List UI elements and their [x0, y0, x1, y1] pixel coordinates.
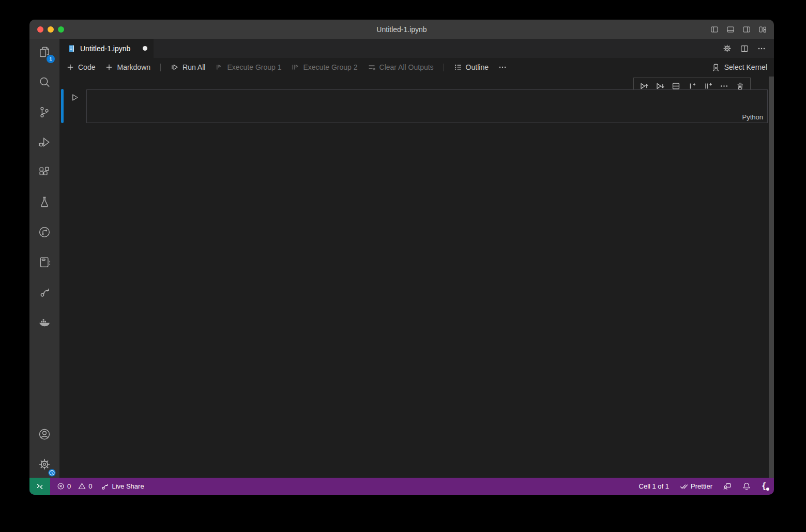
toolbar-separator — [160, 64, 161, 71]
zoom-window-button[interactable] — [58, 26, 64, 33]
cell-position-indicator[interactable]: Cell 1 of 1 — [639, 482, 670, 490]
window-title: Untitled-1.ipynb — [376, 25, 427, 34]
notebook-file-icon — [67, 44, 75, 53]
notebook-settings-gear-icon[interactable] — [723, 44, 732, 53]
screen: Untitled-1.ipynb — [0, 0, 806, 532]
sidebar-item-explorer[interactable]: 1 — [32, 39, 57, 65]
accounts-button[interactable] — [32, 421, 57, 447]
search-icon — [38, 75, 51, 89]
remote-indicator[interactable] — [29, 478, 50, 495]
editor-more-actions-icon[interactable] — [757, 44, 766, 53]
split-editor-icon[interactable] — [740, 44, 749, 53]
settings-button[interactable] — [32, 451, 57, 477]
clear-all-outputs-button[interactable]: Clear All Outputs — [368, 63, 434, 71]
sidebar-item-extensions[interactable] — [32, 159, 57, 185]
warning-count: 0 — [88, 482, 92, 490]
clear-outputs-icon — [368, 63, 376, 71]
add-markdown-cell-button[interactable]: Markdown — [105, 63, 150, 71]
status-bar: 0 0 Live Share Cell 1 of 1 Prettier — [29, 478, 774, 495]
run-cell-button[interactable] — [70, 93, 79, 102]
execute-group-1-icon — [215, 63, 223, 71]
select-kernel-button[interactable]: Select Kernel — [711, 63, 767, 72]
braces-dot — [766, 488, 769, 491]
sidebar-item-docker[interactable] — [32, 309, 57, 335]
sidebar-item-gitlens[interactable] — [32, 219, 57, 245]
remote-icon — [36, 482, 44, 491]
play-icon — [70, 93, 79, 102]
toggle-primary-sidebar-icon[interactable] — [710, 25, 719, 34]
settings-sync-pending-badge — [48, 469, 56, 477]
problems-indicator[interactable]: 0 0 — [57, 482, 92, 490]
sidebar-item-notebook[interactable] — [32, 249, 57, 275]
toolbar-more-actions-icon[interactable] — [498, 63, 507, 71]
minimize-window-button[interactable] — [48, 26, 54, 33]
toggle-secondary-sidebar-icon[interactable] — [742, 25, 751, 34]
window-controls — [37, 20, 64, 39]
docker-icon — [38, 315, 51, 329]
sidebar-item-source-control[interactable] — [32, 99, 57, 125]
notebook-icon — [38, 255, 51, 269]
cell-language-picker[interactable]: Python — [742, 113, 763, 121]
unsaved-changes-dot[interactable] — [143, 46, 147, 51]
tab-untitled-notebook[interactable]: Untitled-1.ipynb — [59, 39, 154, 58]
tab-label: Untitled-1.ipynb — [80, 44, 130, 53]
plus-icon — [66, 63, 74, 71]
account-icon — [38, 428, 51, 441]
activity-bar: 1 — [29, 39, 59, 478]
sidebar-item-testing[interactable] — [32, 189, 57, 215]
outline-button[interactable]: Outline — [454, 63, 489, 71]
prettier-status-button[interactable]: Prettier — [680, 482, 712, 491]
beaker-icon — [38, 195, 51, 209]
title-bar: Untitled-1.ipynb — [29, 20, 774, 39]
editor-scrollbar[interactable] — [769, 77, 774, 478]
notebook-content: Python — [59, 77, 774, 478]
run-debug-icon — [38, 135, 51, 149]
execute-group-1-button[interactable]: Execute Group 1 — [215, 63, 281, 71]
run-all-icon — [171, 63, 179, 71]
explorer-badge: 1 — [47, 55, 55, 63]
plus-icon — [105, 63, 113, 71]
sidebar-item-run-debug[interactable] — [32, 129, 57, 155]
gitlens-icon — [38, 225, 51, 239]
feedback-icon — [723, 482, 732, 491]
notifications-bell-icon[interactable] — [742, 482, 751, 491]
live-share-status-button[interactable]: Live Share — [101, 482, 144, 491]
errors-icon — [57, 482, 65, 490]
live-share-status-icon — [101, 482, 109, 491]
execute-group-2-button[interactable]: Execute Group 2 — [291, 63, 357, 71]
execute-group-2-icon — [291, 63, 299, 71]
kernel-icon — [711, 63, 720, 72]
cell-focus-indicator[interactable] — [61, 89, 64, 123]
double-check-icon — [680, 482, 688, 491]
vscode-window: Untitled-1.ipynb — [29, 20, 774, 495]
bell-icon — [742, 482, 751, 491]
customize-layout-icon[interactable] — [758, 25, 767, 34]
run-all-button[interactable]: Run All — [171, 63, 205, 71]
feedback-icon[interactable] — [723, 482, 732, 491]
sidebar-item-search[interactable] — [32, 69, 57, 95]
editor-area: Untitled-1.ipynb — [59, 39, 774, 478]
toggle-panel-icon[interactable] — [726, 25, 735, 34]
extensions-icon — [38, 165, 51, 179]
notebook-toolbar: Code Markdown Run All Execute Group — [59, 58, 774, 77]
cell-code-editor[interactable] — [86, 89, 768, 123]
braces-notification-icon[interactable]: { — [762, 482, 766, 490]
tab-bar: Untitled-1.ipynb — [59, 39, 774, 58]
error-count: 0 — [67, 482, 71, 490]
add-code-cell-button[interactable]: Code — [66, 63, 95, 71]
warnings-icon — [78, 482, 86, 490]
source-control-icon — [38, 105, 51, 119]
notebook-cell: Python — [59, 89, 768, 123]
toolbar-separator — [444, 64, 444, 71]
outline-list-icon — [454, 63, 462, 71]
sidebar-item-live-share[interactable] — [32, 279, 57, 305]
close-window-button[interactable] — [37, 26, 43, 33]
live-share-icon — [38, 285, 51, 299]
